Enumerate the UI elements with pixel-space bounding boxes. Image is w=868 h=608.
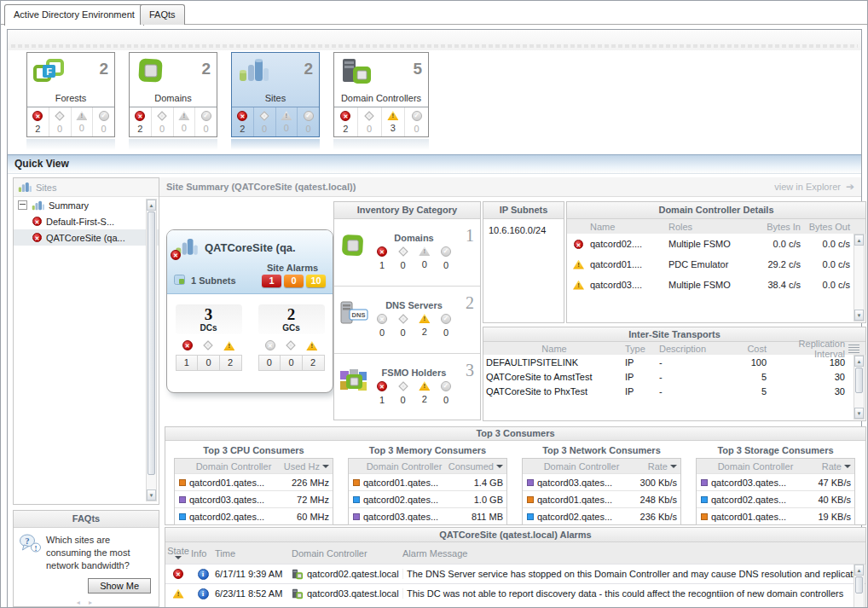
dc-row[interactable]: qatcord01.... PDC Emulator 29.2 c/s 0.0 … (567, 254, 865, 275)
col-name[interactable]: Name (483, 344, 625, 354)
scroll-thumb[interactable] (855, 368, 863, 393)
status-normal-cell[interactable]: 0 (404, 107, 428, 136)
scroll-down-arrow[interactable]: ▼ (854, 310, 864, 321)
col-name[interactable]: Name (590, 222, 668, 232)
col-domain-controller[interactable]: Domain Controller (292, 548, 402, 559)
dc-label: DCs (176, 323, 242, 334)
consumer-row[interactable]: qatcord02.qates...236 Kb/s (523, 507, 680, 524)
inventory-item-fsmo-holders[interactable]: FSMO Holders 3 1 0 2 0 (334, 354, 480, 420)
status-warning-cell[interactable]: 3 (381, 107, 405, 136)
view-in-explorer-link[interactable]: view in Explorer ➔ (774, 181, 854, 193)
col-rate[interactable]: Rate (800, 461, 854, 472)
top-consumers-header: Top 3 Consumers (165, 427, 865, 441)
tile-forests[interactable]: F 2 Forests 2 0 0 0 (26, 52, 115, 137)
scroll-up-arrow[interactable]: ▲ (854, 235, 864, 246)
col-consumed[interactable]: Consumed (445, 461, 506, 472)
ip-subnet-value: 10.6.160.0/24 (483, 219, 564, 235)
status-normal-cell[interactable]: 0 (194, 107, 217, 136)
status-error-cell[interactable]: 2 (334, 107, 357, 136)
col-alarm-message[interactable]: Alarm Message (402, 548, 854, 559)
col-rate[interactable]: Rate (626, 461, 680, 472)
col-state[interactable]: State (165, 547, 191, 559)
status-unknown-cell[interactable]: 0 (151, 107, 173, 136)
status-unknown-cell[interactable]: 0 (49, 107, 71, 136)
col-domain-controller[interactable]: Domain Controller (363, 461, 445, 472)
status-error-cell[interactable]: 2 (232, 107, 253, 136)
dc-row[interactable]: qatcord03.... Multiple FSMO 38.4 c/s 0.0… (567, 275, 865, 295)
transport-row[interactable]: QATCoreSite to AmstTest IP - 5 30 (483, 369, 865, 384)
status-warning-cell[interactable]: 0 (275, 107, 298, 136)
dc-row[interactable]: qatcord02.... Multiple FSMO 0.0 c/s 0.0 … (567, 234, 865, 254)
col-description[interactable]: Description (659, 344, 731, 354)
consumer-row[interactable]: qatcord01.qates...226 MHz (175, 473, 333, 490)
col-domain-controller[interactable]: Domain Controller (537, 461, 626, 472)
transport-row[interactable]: QATCoreSite to PhxTest IP - 5 30 (483, 384, 865, 398)
site-card-qatcoresite[interactable]: QATCoreSite (qa. 1 Subnets (166, 229, 333, 393)
alarm-row[interactable]: 6/17/11 9:39 AM qatcord02.qatest.local T… (165, 564, 865, 583)
col-bytes-in[interactable]: Bytes In (751, 222, 801, 232)
scroll-up-arrow[interactable]: ▲ (854, 565, 864, 576)
inventory-item-dns-servers[interactable]: DNS DNS Servers 2 0 0 2 0 (334, 287, 480, 354)
status-normal-cell[interactable]: 0 (297, 107, 319, 136)
col-cost[interactable]: Cost (731, 344, 767, 354)
collapse-icon[interactable] (18, 200, 27, 210)
normal-icon (201, 111, 211, 121)
column-chooser-icon[interactable] (848, 345, 859, 353)
col-roles[interactable]: Roles (668, 222, 751, 232)
tree-item-default-first-site[interactable]: Default-First-S... (14, 213, 159, 229)
tab-active-directory-environment[interactable]: Active Directory Environment (4, 4, 144, 26)
consumer-row[interactable]: qatcord02.qates...1.0 GB (349, 490, 506, 507)
warning-alarm-badge[interactable]: 10 (306, 275, 326, 287)
consumer-row[interactable]: qatcord03.qates...47 KB/s (697, 473, 854, 490)
alarm-row[interactable]: 6/23/11 8:52 AM qatcord03.qatest.local T… (165, 583, 865, 603)
consumer-row[interactable]: qatcord03.qates...811 MB (349, 507, 506, 524)
status-normal-cell[interactable]: 0 (92, 107, 114, 136)
transports-scrollbar[interactable]: ▲ ▼ (854, 355, 865, 420)
info-icon[interactable] (198, 588, 209, 599)
transport-row[interactable]: DEFAULTIPSITELINK IP - 100 180 (483, 355, 865, 369)
col-domain-controller[interactable]: Domain Controller (189, 461, 278, 472)
scroll-thumb[interactable] (148, 211, 155, 475)
tab-faqts[interactable]: FAQts (140, 4, 185, 25)
consumer-row[interactable]: qatcord01.qates...19 KB/s (697, 507, 854, 524)
fatal-alarm-badge[interactable]: 1 (262, 275, 281, 287)
show-me-button[interactable]: Show Me (88, 578, 151, 594)
col-type[interactable]: Type (625, 344, 659, 354)
consumer-row[interactable]: qatcord02.qates...40 KB/s (697, 490, 854, 507)
status-warning-cell[interactable]: 0 (173, 107, 195, 136)
tile-sites[interactable]: 2 Sites 2 0 0 0 (231, 52, 320, 137)
tree-scrollbar[interactable]: ▲ ▼ (146, 199, 157, 501)
status-error-cell[interactable]: 2 (130, 107, 151, 136)
col-time[interactable]: Time (215, 548, 292, 559)
info-icon[interactable] (198, 569, 209, 580)
consumer-row[interactable]: qatcord01.qates...248 Kb/s (523, 490, 680, 507)
scroll-thumb[interactable] (855, 576, 863, 594)
status-error-cell[interactable]: 2 (27, 107, 49, 136)
col-used-hz[interactable]: Used Hz (278, 461, 333, 472)
status-unknown-cell[interactable]: 0 (357, 107, 381, 136)
consumer-row[interactable]: qatcord02.qates...60 MHz (175, 507, 333, 524)
tile-label: Domains (130, 93, 217, 107)
tree-item-qatcoresite[interactable]: QATCoreSite (qa... (14, 229, 159, 246)
scroll-up-arrow[interactable]: ▲ (147, 200, 156, 211)
critical-alarm-badge[interactable]: 0 (284, 275, 304, 287)
col-domain-controller[interactable]: Domain Controller (711, 461, 800, 472)
scroll-down-arrow[interactable]: ▼ (147, 489, 156, 501)
scroll-down-arrow[interactable]: ▼ (854, 408, 864, 419)
col-info[interactable]: Info (191, 548, 215, 559)
status-warning-cell[interactable]: 0 (71, 107, 93, 136)
consumer-row[interactable]: qatcord01.qates...1.4 GB (349, 473, 506, 490)
col-replication-interval[interactable]: Replication Interval (767, 339, 845, 359)
col-bytes-out[interactable]: Bytes Out (801, 222, 852, 232)
consumer-row[interactable]: qatcord03.qates...300 Kb/s (523, 473, 680, 490)
faq-pagination[interactable]: ◂ ▸ (14, 599, 159, 606)
tile-domain-controllers[interactable]: 5 Domain Controllers 2 0 3 0 (333, 52, 429, 137)
tree-item-summary[interactable]: Summary (14, 197, 159, 213)
dc-details-scrollbar[interactable]: ▲ ▼ (854, 234, 865, 321)
scroll-up-arrow[interactable]: ▲ (854, 356, 864, 367)
alarms-scrollbar[interactable]: ▲ (854, 564, 865, 608)
status-unknown-cell[interactable]: 0 (253, 107, 275, 136)
consumer-row[interactable]: qatcord03.qates...72 MHz (175, 490, 333, 507)
tile-domains[interactable]: 2 Domains 2 0 0 0 (129, 52, 217, 137)
inventory-item-domains[interactable]: Domains 1 1 0 0 0 (334, 219, 480, 287)
